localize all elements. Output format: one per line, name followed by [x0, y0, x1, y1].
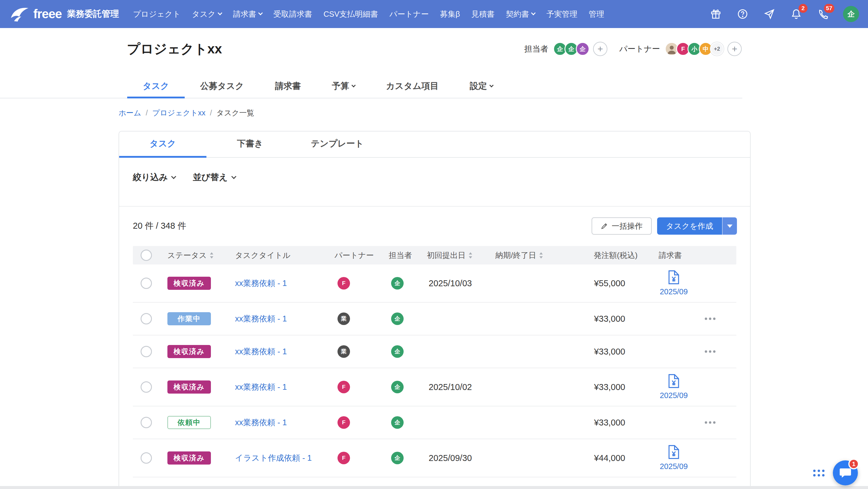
- user-avatar[interactable]: 企: [843, 6, 859, 22]
- result-count: 20 件 / 348 件: [133, 220, 186, 232]
- sort-icon: [539, 252, 543, 259]
- col-invoice: 請求書: [644, 250, 738, 261]
- col-due[interactable]: 納期/終了日: [492, 250, 582, 261]
- chat-button[interactable]: 1: [833, 460, 858, 485]
- send-icon[interactable]: [763, 7, 776, 21]
- partner-avatar-stack: F小中+2: [665, 42, 724, 56]
- filter-button[interactable]: 絞り込み: [133, 171, 176, 183]
- project-tabs: タスク公募タスク請求書予算カスタム項目設定: [0, 76, 742, 98]
- row-checkbox[interactable]: [141, 346, 152, 357]
- task-title-link[interactable]: イラスト作成依頼 - 1: [235, 454, 312, 462]
- nav-item-invoices[interactable]: 請求書: [227, 0, 268, 28]
- breadcrumb-project[interactable]: プロジェクトxx: [152, 108, 206, 118]
- nav-item-recruiting[interactable]: 募集β: [434, 0, 466, 28]
- nav-utility-icons: 2 57 企: [709, 6, 859, 22]
- task-title-link[interactable]: xx業務依頼 - 1: [235, 279, 287, 288]
- phone-badge: 57: [824, 4, 834, 13]
- task-row: 検収済みイラスト作成依頼 - 1F企2025/09/30¥44,0002025/…: [133, 439, 736, 478]
- chevron-down-icon: [531, 11, 536, 16]
- row-checkbox[interactable]: [141, 452, 152, 464]
- invoice-link[interactable]: 2025/09: [654, 370, 693, 404]
- row-menu-button[interactable]: [702, 315, 718, 323]
- col-status[interactable]: ステータス: [160, 250, 227, 261]
- row-menu-button[interactable]: [702, 418, 718, 427]
- list-actions: 一括操作 タスクを作成: [592, 218, 737, 235]
- status-badge: 検収済み: [167, 452, 211, 465]
- gift-icon[interactable]: [709, 7, 723, 21]
- tab-custom-fields[interactable]: カスタム項目: [371, 76, 454, 98]
- tab-settings[interactable]: 設定: [454, 76, 508, 98]
- order-amount: ¥55,000: [582, 279, 644, 288]
- notifications-bell-icon[interactable]: 2: [789, 7, 803, 21]
- invoice-link[interactable]: 2025/09: [654, 266, 693, 300]
- assignee-avatar[interactable]: 企: [576, 42, 589, 56]
- order-amount: ¥33,000: [582, 314, 644, 324]
- list-toolbar: 20 件 / 348 件 一括操作 タスクを作成: [119, 207, 750, 235]
- task-title-link[interactable]: xx業務依頼 - 1: [235, 382, 287, 392]
- breadcrumb-home[interactable]: ホーム: [119, 108, 141, 118]
- assignee-avatar: 企: [391, 345, 404, 358]
- row-checkbox[interactable]: [141, 417, 152, 428]
- sort-button-label: 並び替え: [193, 171, 227, 183]
- select-all-checkbox[interactable]: [141, 250, 152, 261]
- breadcrumb: ホーム/プロジェクトxx/タスク一覧: [119, 108, 868, 117]
- breadcrumb-current: タスク一覧: [217, 108, 254, 118]
- invoice-date-label: 2025/09: [660, 391, 688, 400]
- create-task-dropdown-button[interactable]: [722, 218, 737, 235]
- chevron-down-icon: [351, 83, 356, 87]
- chevron-down-icon: [171, 174, 176, 179]
- sort-button[interactable]: 並び替え: [193, 171, 235, 183]
- partner-avatar: 業: [338, 313, 350, 325]
- nav-item-received-invoices[interactable]: 受取請求書: [268, 0, 318, 28]
- partner-avatar: F: [338, 416, 350, 429]
- add-partner-button[interactable]: +: [727, 42, 742, 56]
- partner-avatar: F: [338, 277, 350, 290]
- bulk-action-label: 一括操作: [612, 221, 643, 231]
- bulk-action-button[interactable]: 一括操作: [592, 218, 652, 235]
- brand[interactable]: freee 業務委託管理: [10, 6, 119, 22]
- invoice-link[interactable]: 2025/09: [654, 441, 693, 475]
- invoice-file-icon: [668, 374, 680, 390]
- task-title-link[interactable]: xx業務依頼 - 1: [235, 418, 287, 427]
- tab-budget[interactable]: 予算: [316, 76, 371, 98]
- col-title: タスクタイトル: [227, 250, 332, 261]
- assignee-avatar-stack: 企企企: [553, 42, 589, 56]
- row-menu-button[interactable]: [702, 347, 718, 356]
- page-title: プロジェクトxx: [127, 41, 222, 57]
- brand-product: 業務委託管理: [67, 8, 119, 20]
- list-tab-tasks[interactable]: タスク: [119, 132, 207, 158]
- help-icon[interactable]: [736, 7, 749, 21]
- task-title-link[interactable]: xx業務依頼 - 1: [235, 314, 287, 323]
- partner-overflow-count[interactable]: +2: [710, 42, 724, 56]
- col-amount: 発注額(税込): [582, 250, 644, 261]
- nav-item-quotes[interactable]: 見積書: [466, 0, 500, 28]
- tab-tasks[interactable]: タスク: [127, 76, 185, 98]
- nav-item-csv-payment-statements[interactable]: CSV支払明細書: [318, 0, 384, 28]
- freee-logo-icon: [10, 6, 29, 22]
- app-root: freee 業務委託管理 プロジェクトタスク請求書受取請求書CSV支払明細書パー…: [0, 0, 868, 489]
- col-first-submit[interactable]: 初回提出日: [424, 250, 492, 261]
- assignee-avatar: 企: [391, 416, 404, 429]
- row-checkbox[interactable]: [141, 313, 152, 324]
- add-assignee-button[interactable]: +: [593, 42, 607, 56]
- chat-bubble-icon: [839, 467, 852, 479]
- list-tab-drafts[interactable]: 下書き: [207, 132, 294, 158]
- nav-item-partners[interactable]: パートナー: [384, 0, 434, 28]
- task-row: 検収済みxx業務依頼 - 1業企¥33,000: [133, 336, 736, 368]
- nav-item-budget-actual[interactable]: 予実管理: [540, 0, 583, 28]
- tab-public-tasks[interactable]: 公募タスク: [185, 76, 259, 98]
- drag-handle-icon[interactable]: [813, 470, 825, 477]
- task-title-link[interactable]: xx業務依頼 - 1: [235, 347, 287, 356]
- create-task-button[interactable]: タスクを作成: [657, 218, 722, 235]
- nav-item-tasks[interactable]: タスク: [186, 0, 227, 28]
- nav-item-admin[interactable]: 管理: [583, 0, 610, 28]
- nav-item-contracts[interactable]: 契約書: [500, 0, 540, 28]
- task-row: 作業中xx業務依頼 - 1業企¥33,000: [133, 303, 736, 336]
- phone-icon[interactable]: 57: [816, 7, 830, 21]
- tab-invoices[interactable]: 請求書: [259, 76, 316, 98]
- list-tab-templates[interactable]: テンプレート: [294, 132, 381, 158]
- nav-item-projects[interactable]: プロジェクト: [127, 0, 186, 28]
- row-checkbox[interactable]: [141, 381, 152, 393]
- row-checkbox[interactable]: [141, 278, 152, 289]
- table-body: 検収済みxx業務依頼 - 1F企2025/10/03¥55,0002025/09…: [133, 264, 736, 489]
